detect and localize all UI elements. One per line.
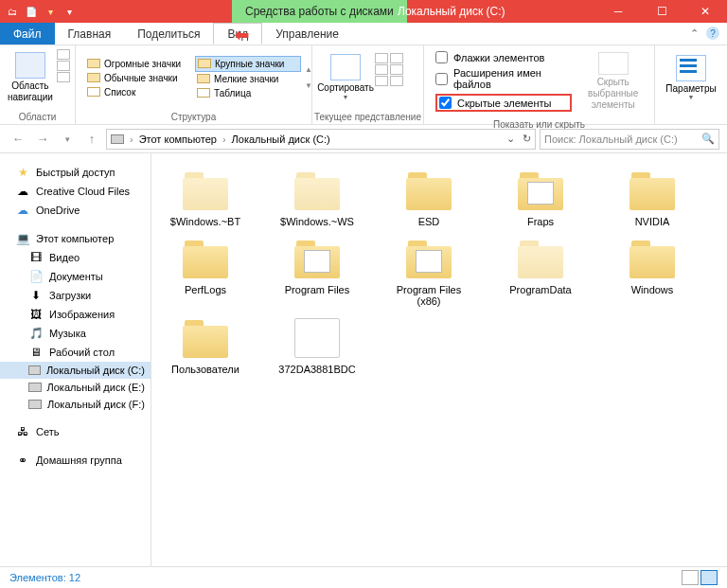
nav-drive-e[interactable]: Локальный диск (E:) xyxy=(0,379,151,396)
layout-scroll-down-icon[interactable]: ▼ xyxy=(305,81,312,90)
address-bar: ← → ▾ ↑ › Этот компьютер › Локальный дис… xyxy=(0,125,727,153)
file-item[interactable]: 372DA3881BDC xyxy=(273,316,362,375)
recent-button[interactable]: ▾ xyxy=(57,129,78,150)
hide-selected-icon xyxy=(598,52,629,75)
tab-share[interactable]: Поделиться xyxy=(124,23,213,45)
nav-homegroup[interactable]: ⚭Домашняя группа xyxy=(0,451,151,470)
layout-scroll-up-icon[interactable]: ▲ xyxy=(305,65,312,74)
nav-quick-access[interactable]: ★Быстрый доступ xyxy=(0,163,151,182)
forward-button[interactable]: → xyxy=(32,129,53,150)
item-label: Fraps xyxy=(527,216,554,227)
navigation-tree[interactable]: ★Быстрый доступ ☁Creative Cloud Files ☁O… xyxy=(0,153,151,566)
status-bar: Элементов: 12 xyxy=(0,566,727,588)
address-dropdown-icon[interactable]: ⌄ xyxy=(506,133,515,145)
layout-table[interactable]: Таблица xyxy=(195,86,301,100)
crumb-drive-c[interactable]: Локальный диск (C:) xyxy=(232,134,330,145)
sort-button[interactable]: Сортировать ▼ xyxy=(318,47,373,108)
folder-item[interactable]: Пользователи xyxy=(161,316,250,375)
folder-icon xyxy=(291,169,344,212)
ribbon: Область навигации Области Огромные значк… xyxy=(0,45,727,125)
layout-medium-icons[interactable]: Обычные значки xyxy=(85,71,191,85)
qat-props-icon[interactable]: 📄 xyxy=(23,3,40,20)
items-view[interactable]: $Windows.~BT$Windows.~WSESDFrapsNVIDIAPe… xyxy=(151,153,727,566)
up-button[interactable]: ↑ xyxy=(81,129,102,150)
navigation-pane-icon xyxy=(15,52,45,79)
crumb-this-pc[interactable]: Этот компьютер xyxy=(139,134,217,145)
maximize-button[interactable]: ☐ xyxy=(640,0,683,23)
folder-item[interactable]: $Windows.~WS xyxy=(273,169,362,227)
nav-drive-f[interactable]: Локальный диск (F:) xyxy=(0,396,151,413)
folder-item[interactable]: ESD xyxy=(384,169,473,227)
collapse-ribbon-icon[interactable]: ⌃ xyxy=(690,27,699,40)
pane-options[interactable] xyxy=(55,47,72,108)
item-label: Пользователи xyxy=(171,364,239,375)
layout-large-icons[interactable]: Крупные значки xyxy=(195,56,301,72)
folder-icon xyxy=(179,316,232,360)
refresh-icon[interactable]: ↻ xyxy=(523,133,531,145)
nav-drive-c[interactable]: Локальный диск (C:) xyxy=(0,362,151,379)
folder-item[interactable]: $Windows.~BT xyxy=(161,169,250,227)
file-icon xyxy=(291,316,344,360)
nav-videos[interactable]: 🎞Видео xyxy=(0,248,151,267)
navigation-pane-button[interactable]: Область навигации xyxy=(6,47,55,108)
nav-downloads[interactable]: ⬇Загрузки xyxy=(0,286,151,305)
item-label: ProgramData xyxy=(509,284,571,295)
folder-item[interactable]: ProgramData xyxy=(496,237,585,307)
qat-more-icon[interactable]: ▾ xyxy=(61,3,78,20)
view-details-button[interactable] xyxy=(682,570,699,585)
nav-desktop[interactable]: 🖥Рабочий стол xyxy=(0,343,151,362)
group-current-view-label: Текущее представление xyxy=(312,110,423,124)
folder-icon xyxy=(291,237,344,280)
folder-item[interactable]: NVIDIA xyxy=(608,169,697,227)
folder-icon xyxy=(626,237,679,280)
folder-icon xyxy=(626,169,679,212)
folder-item[interactable]: Windows xyxy=(608,237,697,307)
nav-this-pc[interactable]: 💻Этот компьютер xyxy=(0,229,151,248)
nav-music[interactable]: 🎵Музыка xyxy=(0,324,151,343)
nav-network[interactable]: 🖧Сеть xyxy=(0,422,151,441)
title-bar: 🗂 📄 ▾ ▾ Средства работы с дисками Локаль… xyxy=(0,0,727,23)
ribbon-tabs: Файл Главная Поделиться Вид ⬅ Управление… xyxy=(0,23,727,45)
context-tab-drive-tools: Средства работы с дисками xyxy=(232,0,407,23)
explorer-icon: 🗂 xyxy=(4,3,21,20)
options-button[interactable]: Параметры ▼ xyxy=(661,47,721,108)
tab-home[interactable]: Главная xyxy=(55,23,125,45)
group-panes-label: Области xyxy=(0,110,75,124)
nav-onedrive[interactable]: ☁OneDrive xyxy=(0,201,151,220)
folder-icon xyxy=(402,237,455,280)
nav-creative-cloud[interactable]: ☁Creative Cloud Files xyxy=(0,182,151,201)
tab-file[interactable]: Файл xyxy=(0,23,55,45)
folder-item[interactable]: PerfLogs xyxy=(161,237,250,307)
help-icon[interactable]: ? xyxy=(706,27,719,40)
folder-icon xyxy=(179,169,232,212)
layout-list[interactable]: Список xyxy=(85,85,191,99)
item-label: PerfLogs xyxy=(185,284,226,295)
search-input[interactable]: Поиск: Локальный диск (C:) 🔍 xyxy=(540,129,719,150)
back-button[interactable]: ← xyxy=(8,129,28,150)
item-label: Program Files (x86) xyxy=(384,284,473,307)
item-label: $Windows.~BT xyxy=(170,216,240,227)
layout-huge-icons[interactable]: Огромные значки xyxy=(85,57,191,71)
item-count: Элементов: 12 xyxy=(9,572,80,583)
options-icon xyxy=(676,55,706,81)
minimize-button[interactable]: ─ xyxy=(596,0,640,23)
breadcrumb[interactable]: › Этот компьютер › Локальный диск (C:) ⌄… xyxy=(106,129,536,150)
item-label: NVIDIA xyxy=(635,216,670,227)
folder-item[interactable]: Program Files xyxy=(273,237,362,307)
hide-selected-button: Скрыть выбранные элементы xyxy=(577,47,648,116)
nav-documents[interactable]: 📄Документы xyxy=(0,267,151,286)
close-button[interactable]: ✕ xyxy=(683,0,727,23)
check-item-checkboxes[interactable]: Флажки элементов xyxy=(435,51,572,63)
check-hidden-items[interactable]: Скрытые элементы xyxy=(435,94,572,112)
check-file-extensions[interactable]: Расширения имен файлов xyxy=(435,67,572,90)
view-large-icons-button[interactable] xyxy=(700,570,718,585)
drive-icon xyxy=(111,134,124,144)
qat-folder-icon[interactable]: ▾ xyxy=(42,3,59,20)
annotation-arrow-icon: ⬅ xyxy=(235,25,249,45)
nav-pictures[interactable]: 🖼Изображения xyxy=(0,305,151,324)
group-layout-label: Структура xyxy=(76,110,311,124)
folder-item[interactable]: Fraps xyxy=(496,169,585,227)
tab-manage[interactable]: Управление xyxy=(262,23,352,45)
layout-small-icons[interactable]: Мелкие значки xyxy=(195,72,301,86)
folder-item[interactable]: Program Files (x86) xyxy=(384,237,473,307)
